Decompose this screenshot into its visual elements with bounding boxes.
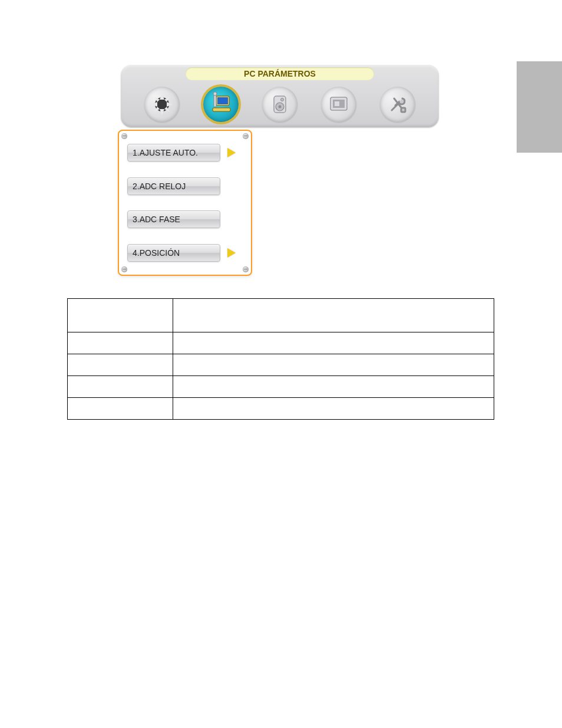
submenu-button[interactable]: 4.POSICIÓN bbox=[127, 244, 220, 262]
table-cell bbox=[68, 398, 173, 420]
table-row bbox=[68, 398, 494, 420]
submenu-label: 2.ADC RELOJ bbox=[133, 182, 186, 191]
svg-rect-2 bbox=[217, 97, 228, 104]
table-row bbox=[68, 376, 494, 398]
table-cell bbox=[68, 376, 173, 398]
svg-point-9 bbox=[281, 98, 284, 101]
table-cell bbox=[173, 376, 494, 398]
chevron-right-icon bbox=[227, 248, 236, 258]
table-cell bbox=[173, 354, 494, 376]
svg-rect-3 bbox=[213, 108, 230, 111]
page-title-label: PC PARÁMETROS bbox=[244, 69, 316, 78]
svg-rect-4 bbox=[214, 95, 216, 107]
gear-icon bbox=[149, 91, 175, 117]
tools-icon bbox=[385, 91, 411, 117]
table-row bbox=[68, 354, 494, 376]
submenu-label: 1.AJUSTE AUTO. bbox=[133, 148, 198, 157]
svg-rect-13 bbox=[401, 108, 405, 112]
submenu-label: 3.ADC FASE bbox=[133, 215, 180, 224]
table-cell bbox=[68, 354, 173, 376]
screw-icon bbox=[121, 133, 127, 139]
submenu-button[interactable]: 3.ADC FASE bbox=[127, 210, 220, 228]
screw-icon bbox=[121, 266, 127, 272]
pc-icon bbox=[208, 91, 234, 117]
tab-pc[interactable] bbox=[203, 87, 239, 122]
tab-speaker[interactable] bbox=[262, 87, 297, 122]
table-cell bbox=[173, 398, 494, 420]
table-cell bbox=[173, 299, 494, 332]
submenu-button[interactable]: 1.AJUSTE AUTO. bbox=[127, 144, 220, 162]
submenu-item-posicion[interactable]: 4.POSICIÓN bbox=[127, 243, 243, 263]
screw-icon bbox=[243, 266, 249, 272]
submenu-button[interactable]: 2.ADC RELOJ bbox=[127, 177, 220, 195]
description-table bbox=[67, 298, 494, 420]
tab-tools[interactable] bbox=[380, 87, 415, 122]
svg-rect-12 bbox=[335, 101, 339, 106]
svg-point-5 bbox=[213, 92, 217, 95]
submenu-item-adc-reloj[interactable]: 2.ADC RELOJ bbox=[127, 176, 243, 196]
submenu-list: 1.AJUSTE AUTO. 2.ADC RELOJ 3.ADC FASE 4.… bbox=[127, 143, 243, 263]
table-cell bbox=[68, 299, 173, 332]
tab-gear[interactable] bbox=[144, 87, 180, 122]
tab-display[interactable] bbox=[321, 87, 356, 122]
side-panel bbox=[517, 61, 562, 153]
page-title: PC PARÁMETROS bbox=[186, 67, 374, 80]
screw-icon bbox=[243, 133, 249, 139]
table-cell bbox=[68, 332, 173, 354]
submenu-label: 4.POSICIÓN bbox=[133, 248, 180, 258]
submenu-panel: 1.AJUSTE AUTO. 2.ADC RELOJ 3.ADC FASE 4.… bbox=[118, 130, 252, 276]
submenu-item-ajuste-auto[interactable]: 1.AJUSTE AUTO. bbox=[127, 143, 243, 163]
chevron-right-icon bbox=[227, 148, 236, 157]
table-row bbox=[68, 332, 494, 354]
submenu-item-adc-fase[interactable]: 3.ADC FASE bbox=[127, 209, 243, 229]
tabs-row bbox=[121, 85, 439, 124]
table-row bbox=[68, 299, 494, 332]
table-cell bbox=[173, 332, 494, 354]
display-icon bbox=[326, 91, 352, 117]
speaker-icon bbox=[267, 91, 293, 117]
svg-point-8 bbox=[279, 106, 282, 108]
main-toolbar: PC PARÁMETROS bbox=[121, 65, 439, 127]
